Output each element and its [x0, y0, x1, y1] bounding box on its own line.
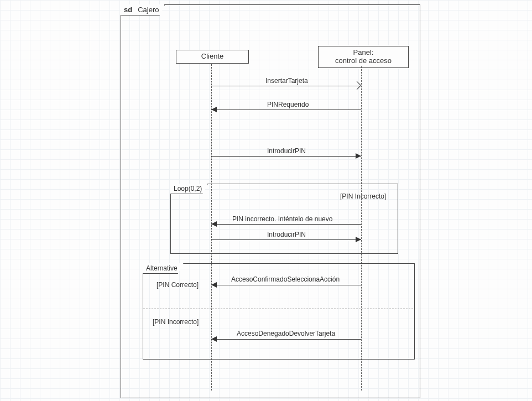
participant-cliente-label: Cliente — [201, 52, 223, 60]
msg-pinincorrecto-label: PIN incorrecto. Inténtelo de nuevo — [232, 215, 332, 223]
alt-operator: Alternative — [146, 264, 178, 272]
msg-pinrequerido-arrow — [211, 107, 217, 112]
msg-introducirpin2-arrow — [356, 237, 361, 242]
sd-frame-tag: sd Cajero — [121, 4, 165, 15]
msg-introducirpin2-label: IntroducirPIN — [267, 231, 306, 238]
msg-accesodenegado-label: AccesoDenegadoDevolverTarjeta — [237, 330, 335, 337]
participant-panel-label-2: control de acceso — [322, 57, 405, 65]
msg-accesoconfirmado-line — [211, 285, 361, 285]
msg-pinincorrecto-arrow — [211, 221, 217, 227]
loop-frame-tag: Loop(0,2) — [170, 184, 208, 194]
msg-pinrequerido-line — [211, 110, 361, 110]
msg-accesodenegado-line — [211, 339, 361, 340]
msg-pinrequerido-label: PINRequerido — [267, 101, 309, 108]
alt-frame-tag: Alternative — [143, 263, 184, 274]
msg-accesodenegado-arrow — [211, 336, 217, 342]
msg-introducirpin1-label: IntroducirPIN — [267, 147, 306, 155]
participant-panel-label-1: Panel: — [322, 49, 405, 57]
participant-cliente: Cliente — [176, 50, 249, 64]
alt-guard-incorrect: [PIN Incorrecto] — [153, 318, 199, 326]
msg-accesoconfirmado-label: AccesoConfirmadoSeleccionaAcción — [231, 275, 340, 283]
msg-pinincorrecto-line — [211, 224, 361, 225]
alt-divider — [143, 309, 413, 309]
sd-name: Cajero — [138, 6, 159, 14]
msg-insertartarjeta-label: InsertarTarjeta — [265, 77, 308, 85]
loop-operator: Loop(0,2) — [174, 185, 202, 192]
msg-introducirpin1-line — [211, 156, 361, 157]
loop-guard: [PIN Incorrecto] — [340, 192, 386, 200]
msg-insertartarjeta-line — [211, 86, 361, 86]
msg-accesoconfirmado-arrow — [211, 282, 217, 288]
msg-introducirpin1-arrow — [356, 153, 361, 159]
msg-introducirpin2-line — [211, 239, 361, 240]
sd-prefix: sd — [124, 6, 132, 14]
participant-panel: Panel: control de acceso — [318, 46, 409, 68]
alt-guard-correct: [PIN Correcto] — [157, 281, 199, 289]
